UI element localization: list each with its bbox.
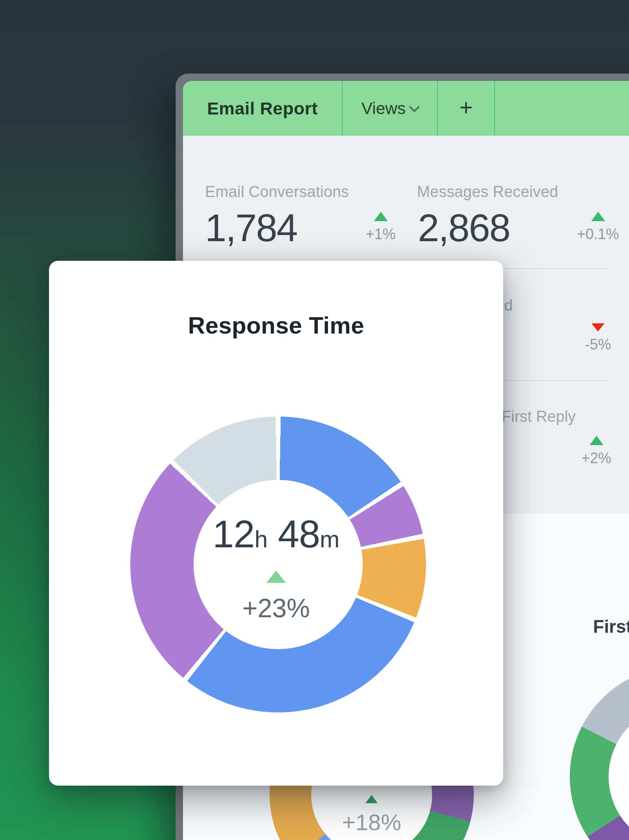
tab-email-report[interactable]: Email Report [183,81,343,136]
response-time-delta: +23% [49,595,503,621]
stat-delta-row2: -5% [585,323,611,353]
plus-icon: + [459,94,473,121]
stat-delta-email-conversations: +1% [366,212,395,243]
arrow-up-icon [591,212,605,221]
right-chart-title: First [593,616,629,637]
stat-value-messages-received: 2,868 [418,206,510,250]
donut-hole [194,480,363,649]
arrow-up-icon [589,436,603,445]
response-time-card: Response Time 12h 48m +23% [49,261,503,786]
arrow-up-icon [266,571,286,583]
stat-label-messages-received: Messages Received [417,183,558,201]
arrow-down-icon [591,323,604,332]
app-header: Email Report Views + [183,81,629,136]
arrow-up-icon [366,795,378,803]
views-dropdown-label: Views [361,99,406,118]
stat-label-first-reply: First Reply [502,408,576,426]
stat-delta-messages-received: +0.1% [577,212,619,243]
card-title: Response Time [49,311,503,339]
stat-label-email-conversations: Email Conversations [205,183,349,201]
tab-email-report-label: Email Report [207,99,318,119]
chevron-down-icon [409,101,420,112]
header-spacer [495,81,629,136]
response-time-donut-chart [130,417,426,712]
stat-delta-first-reply: +2% [581,436,611,467]
response-time-value: 12h 48m [49,515,503,553]
views-dropdown[interactable]: Views [343,81,438,136]
bottom-chart-delta: +18% [342,795,401,836]
add-view-button[interactable]: + [438,81,495,136]
donut-hole [609,705,629,840]
page: { "theme": { "header_green": "#8cd99c", … [0,0,629,840]
arrow-up-icon [374,212,388,221]
stat-value-email-conversations: 1,784 [205,206,297,250]
